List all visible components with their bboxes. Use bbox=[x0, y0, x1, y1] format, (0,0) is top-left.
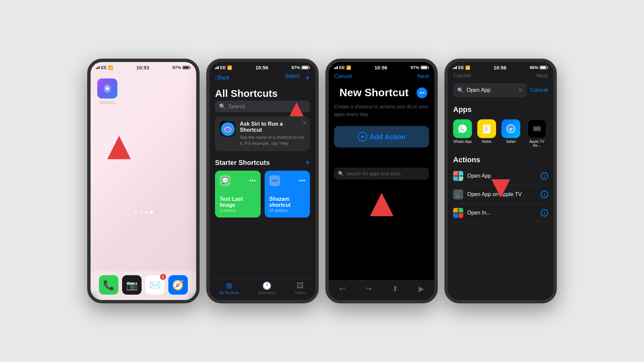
tab-bar-2: ⊞ My Shortcuts 🕐 Automation 🖼 Gallery bbox=[210, 279, 315, 300]
dock-gmail[interactable]: ✉️ 1 bbox=[145, 275, 165, 295]
carrier-1: EE bbox=[101, 65, 107, 70]
open-in-grid-icon bbox=[453, 208, 463, 218]
whatsapp-icon bbox=[453, 119, 472, 138]
cancel-top-4[interactable]: Cancel bbox=[453, 72, 471, 79]
toolbar-play-icon[interactable]: ▶ bbox=[419, 285, 424, 293]
tab-shortcuts-icon: ⊞ bbox=[226, 282, 232, 290]
dot-1 bbox=[134, 211, 137, 214]
grid2-sq-3 bbox=[453, 213, 458, 218]
plus-button-2[interactable]: + bbox=[305, 73, 310, 82]
siri-card-close[interactable]: ✕ bbox=[302, 120, 307, 126]
battery-icon-3 bbox=[421, 66, 429, 69]
tab-automation[interactable]: 🕐 Automation bbox=[259, 282, 276, 295]
dock-phone[interactable]: 📞 bbox=[99, 275, 118, 295]
open-in-action[interactable]: Open In... i bbox=[453, 204, 548, 222]
status-bar-1: EE 📶 10:53 97% bbox=[91, 62, 196, 72]
search-cancel-4[interactable]: Cancel bbox=[530, 87, 548, 94]
signal-bars-2 bbox=[215, 66, 219, 69]
search-icon-3: 🔍 bbox=[338, 171, 344, 176]
appletv-entry[interactable]: Apple TV Re... bbox=[526, 119, 548, 147]
tab-my-shortcuts[interactable]: ⊞ My Shortcuts bbox=[219, 282, 239, 295]
whatsapp-logo bbox=[457, 123, 468, 134]
new-shortcut-options-btn[interactable]: ••• bbox=[417, 87, 427, 98]
open-in-info-icon[interactable]: i bbox=[541, 209, 548, 217]
next-button-3[interactable]: Next bbox=[417, 73, 429, 80]
grid2-sq-1 bbox=[453, 208, 458, 213]
arrow-3-container bbox=[370, 193, 393, 216]
card-title-1: Text Last Image bbox=[220, 196, 256, 208]
notes-entry[interactable]: Notes bbox=[477, 119, 496, 147]
tab-automation-label: Automation bbox=[259, 291, 276, 295]
next-top-4[interactable]: Next bbox=[536, 72, 548, 79]
card-top-1: 💬 ••• bbox=[220, 175, 256, 186]
new-shortcut-title: New Shortcut bbox=[334, 85, 414, 100]
options-dots-icon: ••• bbox=[420, 90, 425, 96]
phone-1: EE 📶 10:53 97% bbox=[87, 59, 200, 303]
search-value-4: Open App bbox=[467, 87, 490, 93]
phone4-top-nav: Cancel Next bbox=[448, 72, 553, 82]
search-bar-3[interactable]: 🔍 Search for apps and actio... bbox=[334, 168, 429, 180]
svg-point-20 bbox=[539, 128, 539, 129]
open-app-tv-info-icon[interactable]: i bbox=[541, 191, 548, 198]
svg-point-19 bbox=[537, 128, 537, 129]
safari-label: Safari bbox=[506, 139, 516, 143]
new-shortcut-nav: Cancel Next bbox=[329, 72, 434, 85]
select-button-2[interactable]: Select bbox=[285, 73, 300, 82]
starter-plus-btn[interactable]: + bbox=[305, 158, 310, 167]
s2-b2 bbox=[216, 67, 217, 69]
toolbar-redo-icon[interactable]: ↪ bbox=[366, 285, 372, 293]
shortcuts-app-icon[interactable] bbox=[97, 78, 117, 99]
shazam-card[interactable]: 〰️ ••• Shazam shortcut 32 actions bbox=[265, 171, 310, 218]
svg-rect-6 bbox=[484, 128, 488, 129]
status-carrier-wifi-4: EE 📶 bbox=[453, 65, 470, 70]
dot-3 bbox=[145, 211, 148, 214]
back-button-2[interactable]: ‹ Back bbox=[215, 75, 229, 81]
card-menu-2[interactable]: ••• bbox=[299, 177, 305, 184]
grid-sq-1 bbox=[453, 171, 458, 176]
search-placeholder-3: Search for apps and actio... bbox=[346, 171, 404, 176]
s4-b3 bbox=[456, 66, 457, 69]
safari-entry[interactable]: Safari bbox=[501, 119, 520, 147]
grid2-sq-4 bbox=[459, 213, 463, 218]
search-clear-btn[interactable]: ✕ bbox=[518, 86, 523, 94]
tab-gallery[interactable]: 🖼 Gallery bbox=[295, 282, 306, 295]
cancel-button-3[interactable]: Cancel bbox=[334, 73, 352, 80]
arrow-up-1 bbox=[107, 136, 131, 159]
search-placeholder-2: Search bbox=[228, 104, 246, 110]
card-icon-2: 〰️ bbox=[269, 175, 280, 186]
signal-bars-4 bbox=[453, 66, 457, 69]
search-input-4[interactable]: 🔍 Open App ✕ bbox=[453, 83, 527, 97]
arrow-down-4 bbox=[491, 179, 510, 198]
phone-4: EE 📶 10:56 96% Cancel Next bbox=[444, 59, 557, 303]
add-action-button[interactable]: + Add Action bbox=[334, 126, 429, 147]
toolbar-undo-icon[interactable]: ↩ bbox=[339, 285, 345, 293]
status-bar-3: EE 📶 10:56 97% bbox=[329, 62, 434, 72]
all-shortcuts-title: All Shortcuts bbox=[210, 86, 315, 101]
dock-safari[interactable]: 🧭 bbox=[168, 275, 188, 295]
add-action-plus-icon: + bbox=[358, 132, 367, 141]
shortcuts-app[interactable]: Shortcuts bbox=[97, 78, 117, 104]
grid-sq-4 bbox=[459, 176, 463, 181]
battery-area-2: 97% bbox=[291, 65, 310, 70]
battery-area-1: 97% bbox=[172, 65, 191, 70]
svg-rect-5 bbox=[484, 126, 489, 127]
bottom-toolbar-3: ↩ ↪ ⬆ ▶ bbox=[329, 280, 434, 300]
grid-sq-2 bbox=[459, 171, 463, 176]
battery-icon-2 bbox=[302, 66, 310, 69]
safari-icon bbox=[501, 119, 520, 138]
shortcuts-nav-2: ‹ Back Select + bbox=[210, 72, 315, 86]
dock-camera[interactable]: 📷 bbox=[122, 275, 142, 295]
whatsapp-entry[interactable]: Whats-App bbox=[453, 119, 472, 147]
text-last-image-card[interactable]: 💬 ••• Text Last Image 2 actions bbox=[215, 171, 261, 218]
new-shortcut-desc: Create a shortcut to actions you do in y… bbox=[329, 100, 434, 126]
status-carrier-wifi-2: EE 📶 bbox=[215, 65, 232, 70]
status-bar-2: EE 📶 10:56 97% bbox=[210, 62, 315, 72]
toolbar-share-icon[interactable]: ⬆ bbox=[392, 285, 398, 293]
actions-section-title: Actions bbox=[453, 156, 548, 164]
page-dots bbox=[91, 211, 196, 214]
card-menu-1[interactable]: ••• bbox=[250, 177, 256, 184]
s2-b1 bbox=[215, 68, 216, 69]
wifi-icon-4: 📶 bbox=[465, 65, 470, 70]
open-app-info-icon[interactable]: i bbox=[541, 172, 548, 180]
svg-rect-4 bbox=[483, 125, 490, 133]
